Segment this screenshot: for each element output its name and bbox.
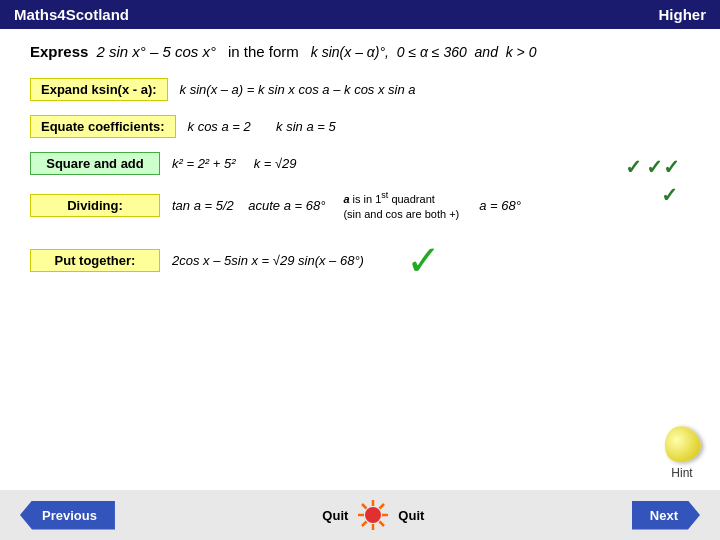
svg-line-6 [380, 522, 385, 527]
hint-label: Hint [671, 466, 692, 480]
expand-label: Expand ksin(x - a): [30, 78, 168, 101]
app-title: Maths4Scotland [14, 6, 129, 23]
svg-line-5 [362, 504, 367, 509]
svg-line-8 [362, 522, 367, 527]
express-label: Express [30, 43, 88, 60]
square-formula: k² = 2² + 5² k = √29 [172, 156, 297, 171]
quit-button-1[interactable]: Quit [322, 508, 348, 523]
put-together-formula: 2cos x – 5sin x = √29 sin(x – 68°) [172, 253, 364, 268]
big-check-icon: ✓ [406, 236, 441, 285]
main-content: Express 2 sin x° – 5 cos x° in the form … [0, 29, 720, 305]
dividing-label: Dividing: [30, 194, 160, 217]
footer: Previous Quit [0, 490, 720, 540]
previous-button[interactable]: Previous [20, 501, 115, 530]
expand-formula: k sin(x – a) = k sin x cos a – k cos x s… [180, 82, 416, 97]
quit-button-2[interactable]: Quit [398, 508, 424, 523]
express-form-text: in the form [228, 43, 299, 60]
dividing-formula: tan a = 5/2 acute a = 68° [172, 198, 325, 213]
put-together-label: Put together: [30, 249, 160, 272]
next-label: Next [650, 508, 678, 523]
previous-label: Previous [42, 508, 97, 523]
square-label: Square and add [30, 152, 160, 175]
dividing-note: a is in 1st quadrant (sin and cos are bo… [343, 189, 459, 222]
checks-area: ✓ ✓✓ ✓ [625, 155, 680, 207]
quit-label-1: Quit [322, 508, 348, 523]
express-expression: 2 sin x° – 5 cos x° [96, 43, 216, 60]
hint-lemon-icon [659, 421, 705, 467]
svg-line-7 [380, 504, 385, 509]
equate-row: Equate coefficients: k cos a = 2 k sin a… [30, 115, 690, 138]
express-row: Express 2 sin x° – 5 cos x° in the form … [30, 43, 690, 60]
dividing-result: a = 68° [479, 198, 521, 213]
dividing-row: Dividing: tan a = 5/2 acute a = 68° a is… [30, 189, 690, 222]
level-label: Higher [658, 6, 706, 23]
hint-area: Hint [664, 426, 700, 480]
express-form-expr: k sin(x – α)°, 0 ≤ α ≤ 360 and k > 0 [311, 44, 537, 60]
equate-formula: k cos a = 2 k sin a = 5 [188, 119, 336, 134]
quit-label-2: Quit [398, 508, 424, 523]
header: Maths4Scotland Higher [0, 0, 720, 29]
single-check2-icon: ✓ [661, 183, 678, 207]
single-check-icon: ✓ [625, 155, 642, 179]
sun-icon [356, 498, 390, 532]
put-together-row: Put together: 2cos x – 5sin x = √29 sin(… [30, 236, 690, 285]
double-check-icon: ✓✓ [646, 155, 680, 179]
square-row: Square and add k² = 2² + 5² k = √29 [30, 152, 690, 175]
next-button[interactable]: Next [632, 501, 700, 530]
equate-label: Equate coefficients: [30, 115, 176, 138]
expand-row: Expand ksin(x - a): k sin(x – a) = k sin… [30, 78, 690, 101]
